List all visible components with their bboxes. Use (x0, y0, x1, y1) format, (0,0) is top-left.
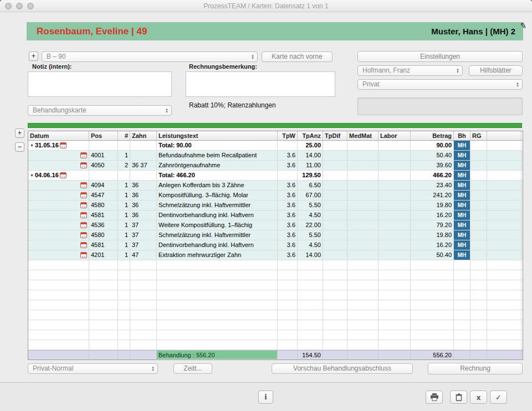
table-row[interactable]: 4581136Dentinvorbehandlung inkl. Haftver… (28, 210, 523, 220)
rechnung-button[interactable]: Rechnung (428, 363, 523, 374)
confirm-button[interactable]: ✓ (490, 391, 507, 404)
column-header-rg[interactable]: RG (470, 131, 487, 140)
cell-tpdif (323, 330, 347, 340)
calendar-icon[interactable] (80, 192, 87, 198)
calendar-icon[interactable] (80, 152, 87, 158)
add-row-button[interactable]: + (15, 129, 24, 138)
column-header-anz[interactable]: # (118, 131, 130, 140)
column-header-tpw[interactable]: TpW (278, 131, 298, 140)
calendar-icon[interactable] (80, 242, 87, 248)
cell-rg (470, 210, 487, 220)
table-row[interactable]: 40011Befundaufnahme beim Recallpatient3.… (28, 151, 523, 161)
cell-text: Weitere Kompositfüllung. 1–flächig (157, 220, 278, 230)
disclosure-triangle-icon[interactable]: ▼ (30, 141, 34, 150)
cell-betrag: 19.80 (411, 230, 454, 240)
table-row-empty[interactable] (28, 280, 523, 290)
cell-datum (28, 191, 89, 200)
titlebar: ProzessTEAM / Karten: Datensatz 1 von 1 (0, 0, 532, 12)
table-row[interactable]: 4201147Extraktion mehrwurzliger Zahn3.61… (28, 250, 523, 260)
column-header-text[interactable]: Leistungstext (157, 131, 278, 140)
edit-pencil-icon[interactable]: ✎ (519, 20, 528, 32)
calendar-icon[interactable] (60, 172, 66, 178)
column-header-medmat[interactable]: MedMat (347, 131, 378, 140)
bh-badge: MH (454, 141, 470, 150)
zeit-button[interactable]: Zeitt... (173, 363, 212, 374)
cell-filler (487, 351, 521, 359)
table-row[interactable]: 4580137Schmelzätzung inkl. Haftvermittle… (28, 230, 523, 240)
cell-medmat (347, 191, 378, 200)
cell-rg (470, 290, 487, 300)
column-header-tpanz[interactable]: TpAnz (298, 131, 323, 140)
delete-button[interactable] (450, 391, 467, 404)
table-row-empty[interactable] (28, 270, 523, 280)
cell-datum (28, 260, 89, 270)
calendar-icon[interactable] (80, 202, 87, 208)
column-header-betrag[interactable]: Betrag (411, 131, 454, 140)
column-header-filler[interactable] (487, 131, 521, 140)
card-select[interactable]: B – 90 ▲▼ (42, 52, 258, 62)
cell-datum (28, 351, 89, 359)
cell-betrag: 39.60 (411, 161, 454, 170)
cell-bh: MH (454, 141, 470, 150)
table-row[interactable]: ▼04.06.16Total: 466.20129.50466.20MH (28, 171, 523, 181)
abrechnungsart-select[interactable]: Privat ▲▼ (357, 79, 523, 90)
info-button[interactable]: i (258, 391, 273, 404)
table-row[interactable]: 4050236 37Zahnröntgenaufnahme3.611.0039.… (28, 161, 523, 171)
table-row-empty[interactable] (28, 310, 523, 320)
calendar-icon[interactable] (80, 222, 87, 228)
calendar-icon[interactable] (80, 232, 87, 238)
add-card-button[interactable]: + (29, 52, 38, 61)
table-row-empty[interactable] (28, 330, 523, 340)
hilfsblaetter-button[interactable]: Hilfsblätter (469, 65, 523, 76)
calendar-icon[interactable] (60, 142, 66, 148)
column-header-labor[interactable]: Labor (378, 131, 411, 140)
column-header-pos[interactable]: Pos (89, 131, 118, 140)
print-button[interactable] (426, 391, 443, 404)
cell-betrag: 241.20 (411, 191, 454, 200)
treatment-table: DatumPos#ZahnLeistungstextTpWTpAnzTpDifM… (28, 131, 523, 360)
table-row-empty[interactable] (28, 290, 523, 300)
column-header-bh[interactable]: Bh (454, 131, 470, 140)
kartenart-select[interactable]: Behandlungskarte ▲▼ (28, 105, 172, 116)
column-header-tpdif[interactable]: TpDif (323, 131, 347, 140)
cell-tpdif (323, 300, 347, 310)
rechnungsbemerkung-textarea[interactable] (186, 71, 335, 97)
cell-anz (118, 300, 130, 310)
calendar-icon[interactable] (80, 252, 87, 258)
cell-text (157, 330, 278, 340)
table-row[interactable]: 4581137Dentinvorbehandlung inkl. Haftver… (28, 240, 523, 250)
einstellungen-button[interactable]: Einstellungen (357, 51, 523, 62)
cell-rg (470, 280, 487, 290)
disclosure-triangle-icon[interactable]: ▼ (30, 171, 34, 180)
notiz-textarea[interactable] (28, 71, 172, 97)
abrechnungsmodus-select[interactable]: Privat-Normal ▲▼ (28, 363, 158, 374)
cell-tpw (278, 330, 298, 340)
cell-tpanz (298, 330, 323, 340)
vorschau-behandlungsabschluss-button[interactable]: Vorschau Behandlungsabschluss (272, 363, 413, 374)
table-row[interactable]: ▼31.05.16Total: 90.0025.0090.00MH (28, 141, 523, 151)
cell-tpdif (323, 141, 347, 150)
cell-pos (89, 260, 118, 270)
remove-row-button[interactable]: − (15, 142, 24, 152)
table-row[interactable]: 4547136Kompositfüllung. 3–flächig. Molar… (28, 191, 523, 201)
table-row-empty[interactable] (28, 340, 523, 350)
table-row-empty[interactable] (28, 300, 523, 310)
table-row[interactable]: 4094136Anlegen Kofferdam bis 3 Zähne3.66… (28, 181, 523, 191)
table-row[interactable]: 4536137Weitere Kompositfüllung. 1–flächi… (28, 220, 523, 230)
behandler-select[interactable]: Hofmann, Franz ▲▼ (357, 65, 463, 76)
cell-betrag (411, 300, 454, 310)
table-row[interactable]: 4580136Schmelzätzung inkl. Haftvermittle… (28, 201, 523, 210)
calendar-icon[interactable] (80, 162, 87, 168)
karte-nach-vorne-button[interactable]: Karte nach vorne (262, 52, 332, 62)
cell-filler (487, 290, 521, 300)
table-row-empty[interactable] (28, 320, 523, 330)
column-header-datum[interactable]: Datum (28, 131, 89, 140)
calendar-icon[interactable] (80, 212, 87, 218)
calendar-icon[interactable] (80, 182, 87, 188)
cell-bh: MH (454, 240, 470, 250)
table-row-empty[interactable] (28, 260, 523, 270)
cell-rg (470, 171, 487, 180)
cell-text: Schmelzätzung inkl. Haftvermittler (157, 230, 278, 240)
cancel-button[interactable]: x (470, 391, 487, 404)
column-header-zahn[interactable]: Zahn (130, 131, 157, 140)
